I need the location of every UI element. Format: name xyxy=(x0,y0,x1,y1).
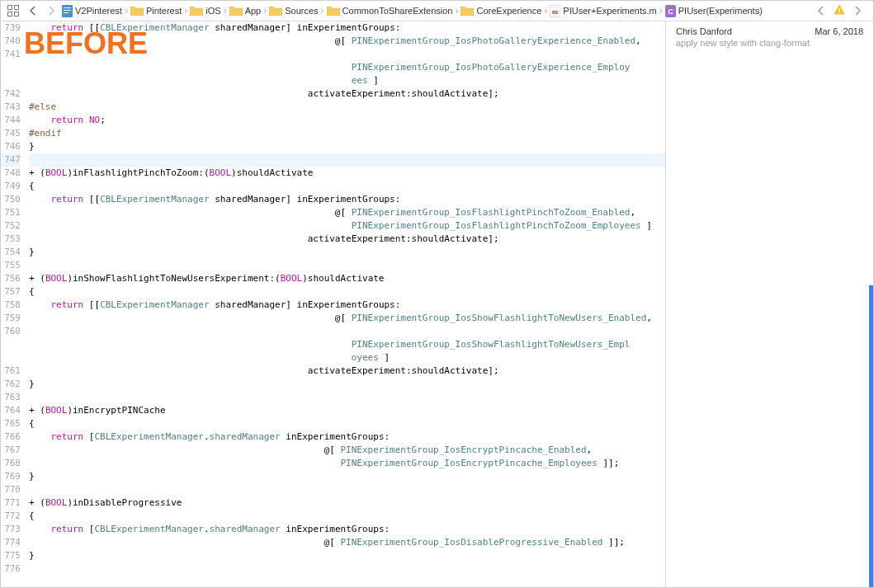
breadcrumb: V2Pinterest›Pinterest›iOS›App›Sources›Co… xyxy=(60,5,812,17)
code-area[interactable]: return [[CBLExperimentManager sharedMana… xyxy=(26,21,665,587)
svg-rect-5 xyxy=(64,7,71,8)
breadcrumb-item[interactable]: Pinterest xyxy=(129,6,183,16)
code-line[interactable]: { xyxy=(29,510,665,523)
code-line[interactable]: PINExperimentGroup_IosEncryptPincache_Em… xyxy=(29,457,665,470)
commit-message: apply new style with clang-format xyxy=(676,38,863,48)
code-line[interactable]: + (BOOL)inEncryptPINCache xyxy=(29,404,665,417)
issue-prev-button[interactable] xyxy=(812,2,830,19)
folder-icon xyxy=(190,6,203,16)
breadcrumb-label: PIUser(Experiments) xyxy=(678,6,763,16)
svg-rect-13 xyxy=(839,12,839,12)
nav-back-button[interactable] xyxy=(24,2,42,19)
line-gutter: 7397407417427437447457467477487497507517… xyxy=(1,21,26,587)
breadcrumb-item[interactable]: CPIUser(Experiments) xyxy=(664,5,764,17)
code-line[interactable]: ees ] xyxy=(29,74,665,87)
code-line[interactable]: } xyxy=(29,140,665,153)
overlay-label: BEFORE xyxy=(24,26,148,61)
code-line[interactable]: } xyxy=(29,246,665,259)
breadcrumb-item[interactable]: mPIUser+Experiments.m xyxy=(548,5,658,17)
svg-rect-6 xyxy=(64,10,71,11)
code-line[interactable] xyxy=(29,483,665,496)
breadcrumb-item[interactable]: CoreExperience xyxy=(459,6,543,16)
scroll-indicator xyxy=(869,21,873,587)
code-line[interactable]: { xyxy=(29,180,665,193)
folder-icon xyxy=(327,6,340,16)
code-line[interactable]: return [[CBLExperimentManager sharedMana… xyxy=(29,193,665,206)
breadcrumb-label: CommonToShareExtension xyxy=(343,6,453,16)
jump-bar: V2Pinterest›Pinterest›iOS›App›Sources›Co… xyxy=(1,1,873,21)
code-line[interactable]: { xyxy=(29,285,665,299)
commit-date: Mar 6, 2018 xyxy=(815,26,863,36)
folder-icon xyxy=(269,6,282,16)
project-icon xyxy=(62,5,73,17)
code-line[interactable] xyxy=(29,153,665,167)
code-line[interactable]: + (BOOL)inShowFlashlightToNewUsersExperi… xyxy=(29,272,665,285)
code-line[interactable]: + (BOOL)inFlashlightPinchToZoom:(BOOL)sh… xyxy=(29,167,665,180)
code-line[interactable]: { xyxy=(29,417,665,430)
code-line[interactable]: activateExperiment:shouldActivate]; xyxy=(29,233,665,246)
editor[interactable]: BEFORE 739740741742743744745746747748749… xyxy=(1,21,665,587)
code-line[interactable]: return [CBLExperimentManager.sharedManag… xyxy=(29,523,665,536)
svg-rect-7 xyxy=(64,12,69,13)
code-line[interactable]: activateExperiment:shouldActivate]; xyxy=(29,365,665,378)
breadcrumb-item[interactable]: iOS xyxy=(188,6,222,16)
code-line[interactable]: #endif xyxy=(29,127,665,140)
svg-rect-1 xyxy=(15,6,19,10)
svg-rect-12 xyxy=(839,8,839,12)
commit-author: Chris Danford xyxy=(676,26,732,36)
class-icon: C xyxy=(665,5,676,17)
code-line[interactable]: + (BOOL)inDisableProgressive xyxy=(29,496,665,510)
breadcrumb-label: Sources xyxy=(285,6,318,16)
folder-icon xyxy=(229,6,243,16)
breadcrumb-item[interactable]: V2Pinterest xyxy=(60,5,124,17)
code-line[interactable]: PINExperimentGroup_IosPhotoGalleryExperi… xyxy=(29,61,665,74)
code-line[interactable]: PINExperimentGroup_IosFlashlightPinchToZ… xyxy=(29,219,665,233)
code-line[interactable]: PINExperimentGroup_IosShowFlashlightToNe… xyxy=(29,338,665,351)
issue-next-button[interactable] xyxy=(848,2,867,19)
nav-forward-button[interactable] xyxy=(42,2,60,19)
code-line[interactable]: return [[CBLExperimentManager sharedMana… xyxy=(29,299,665,312)
code-line[interactable] xyxy=(29,562,665,576)
code-line[interactable]: @[ PINExperimentGroup_IosFlashlightPinch… xyxy=(29,206,665,219)
breadcrumb-label: App xyxy=(245,6,262,16)
blame-panel: Chris Danford Mar 6, 2018 apply new styl… xyxy=(665,21,873,587)
code-line[interactable] xyxy=(29,325,665,338)
code-line[interactable] xyxy=(29,391,665,404)
code-line[interactable]: #else xyxy=(29,101,665,114)
code-line[interactable]: @[ PINExperimentGroup_IosEncryptPincache… xyxy=(29,444,665,457)
breadcrumb-label: V2Pinterest xyxy=(75,6,122,16)
folder-icon xyxy=(130,6,144,16)
related-items-icon[interactable] xyxy=(4,2,22,19)
breadcrumb-item[interactable]: App xyxy=(228,6,263,16)
svg-rect-2 xyxy=(8,12,12,16)
breadcrumb-item[interactable]: Sources xyxy=(267,6,319,16)
code-line[interactable]: oyees ] xyxy=(29,351,665,365)
breadcrumb-item[interactable]: CommonToShareExtension xyxy=(325,6,455,16)
breadcrumb-label: Pinterest xyxy=(146,6,182,16)
code-line[interactable]: return NO; xyxy=(29,114,665,127)
svg-rect-0 xyxy=(8,6,12,10)
code-line[interactable]: activateExperiment:shouldActivate]; xyxy=(29,87,665,101)
breadcrumb-label: PIUser+Experiments.m xyxy=(563,6,656,16)
folder-icon xyxy=(461,6,474,16)
svg-rect-3 xyxy=(15,12,19,16)
code-line[interactable]: } xyxy=(29,470,665,483)
code-line[interactable]: return [CBLExperimentManager.sharedManag… xyxy=(29,430,665,444)
breadcrumb-label: iOS xyxy=(206,6,220,16)
code-line[interactable]: @[ PINExperimentGroup_IosDisableProgress… xyxy=(29,536,665,549)
objc-m-icon: m xyxy=(550,5,560,17)
code-line[interactable]: @[ PINExperimentGroup_IosShowFlashlightT… xyxy=(29,312,665,325)
code-line[interactable] xyxy=(29,259,665,272)
warning-icon[interactable] xyxy=(834,4,845,18)
code-line[interactable]: } xyxy=(29,549,665,562)
svg-text:m: m xyxy=(552,7,559,16)
code-line[interactable]: } xyxy=(29,378,665,391)
svg-text:C: C xyxy=(668,7,673,16)
svg-rect-4 xyxy=(62,5,73,17)
breadcrumb-label: CoreExperience xyxy=(476,6,541,16)
